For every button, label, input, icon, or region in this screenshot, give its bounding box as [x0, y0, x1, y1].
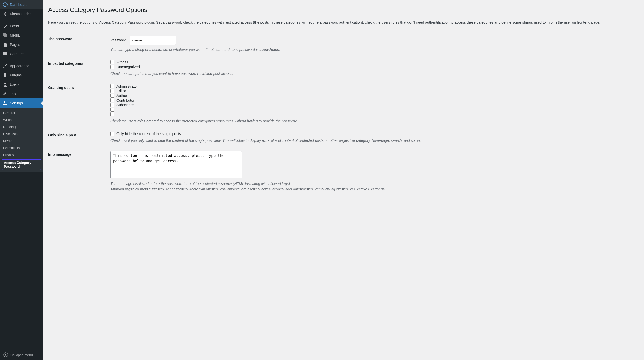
user-label: Contributor: [116, 98, 134, 102]
settings-submenu: General Writing Reading Discussion Media…: [0, 108, 43, 172]
sidebar-item-dashboard[interactable]: Dashboard: [0, 0, 43, 9]
user-empty-checkbox-2[interactable]: [110, 112, 114, 116]
user-icon: [3, 82, 8, 87]
svg-rect-6: [6, 102, 6, 104]
single-label: Only hide the content of the single post…: [116, 132, 181, 136]
sidebar-label: Users: [10, 82, 19, 87]
admin-sidebar: Dashboard Kinsta Cache Posts Media Pages…: [0, 0, 43, 360]
svg-rect-3: [3, 103, 7, 103]
dashboard-icon: [3, 2, 8, 7]
sidebar-item-media[interactable]: Media: [0, 31, 43, 40]
sidebar-item-tools[interactable]: Tools: [0, 89, 43, 98]
info-description: The message displayed before the passwor…: [110, 181, 636, 187]
comment-icon: [3, 51, 8, 57]
user-option: [110, 108, 636, 112]
sidebar-label: Posts: [10, 24, 19, 28]
collapse-menu[interactable]: Collapse menu: [0, 350, 43, 360]
sidebar-item-kinsta[interactable]: Kinsta Cache: [0, 9, 43, 19]
user-option: Author: [110, 94, 636, 98]
sidebar-item-posts[interactable]: Posts: [0, 21, 43, 31]
plug-icon: [3, 73, 8, 78]
category-label: Uncategorized: [116, 65, 140, 69]
user-option: Editor: [110, 89, 636, 93]
user-label: Editor: [116, 89, 126, 93]
svg-rect-5: [4, 101, 5, 103]
sidebar-item-users[interactable]: Users: [0, 80, 43, 89]
category-fitness-checkbox[interactable]: [110, 60, 114, 64]
sidebar-label: Dashboard: [10, 3, 28, 7]
categories-description: Check the categories that you want to ha…: [110, 71, 636, 76]
user-contributor-checkbox[interactable]: [110, 98, 114, 102]
brush-icon: [3, 63, 8, 68]
categories-row-label: Impacted categories: [48, 56, 108, 80]
user-option: [110, 112, 636, 116]
user-label: Author: [116, 94, 127, 98]
single-row-label: Only single post: [48, 128, 108, 147]
sliders-icon: [3, 101, 8, 106]
sidebar-item-plugins[interactable]: Plugins: [0, 70, 43, 80]
submenu-writing[interactable]: Writing: [0, 116, 43, 123]
single-description: Check this if you only want to hide the …: [110, 138, 636, 143]
sidebar-label: Kinsta Cache: [10, 12, 31, 16]
page-icon: [3, 42, 8, 47]
pin-icon: [3, 23, 8, 29]
password-input-label: Password: [110, 38, 126, 42]
user-administrator-checkbox[interactable]: [110, 84, 114, 88]
user-editor-checkbox[interactable]: [110, 89, 114, 93]
sidebar-item-settings[interactable]: Settings: [0, 98, 43, 108]
sidebar-label: Tools: [10, 92, 18, 96]
allowed-tags: Allowed tags: <a href="" title=""> <abbr…: [110, 187, 636, 192]
sidebar-label: Plugins: [10, 73, 22, 77]
submenu-general[interactable]: General: [0, 109, 43, 116]
sidebar-label: Media: [10, 33, 20, 37]
submenu-reading[interactable]: Reading: [0, 123, 43, 130]
svg-rect-7: [4, 104, 5, 105]
svg-rect-2: [3, 102, 7, 102]
users-description: Check the users roles granted to access …: [110, 118, 636, 124]
svg-point-1: [4, 83, 6, 84]
single-option: Only hide the content of the single post…: [110, 132, 636, 136]
submenu-permalinks[interactable]: Permalinks: [0, 144, 43, 151]
intro-text: Here you can set the options of Access C…: [48, 20, 639, 25]
page-title: Access Category Password Options: [48, 4, 639, 15]
category-label: Fitness: [116, 60, 128, 64]
user-label: Subscriber: [116, 103, 134, 107]
user-option: Administrator: [110, 84, 636, 88]
user-label: Administrator: [116, 84, 138, 88]
kinsta-icon: [3, 11, 8, 17]
password-description: You can type a string or a sentence, or …: [110, 47, 636, 52]
password-row-label: The password: [48, 32, 108, 56]
sidebar-label: Appearance: [10, 64, 30, 68]
submenu-privacy[interactable]: Privacy: [0, 151, 43, 158]
category-option: Uncategorized: [110, 65, 636, 69]
submenu-access-category-password[interactable]: Access Category Password: [2, 159, 41, 170]
category-uncategorized-checkbox[interactable]: [110, 65, 114, 69]
info-message-textarea[interactable]: This content has restricted access, plea…: [110, 151, 242, 178]
category-option: Fitness: [110, 60, 636, 64]
collapse-icon: [3, 352, 8, 357]
password-input[interactable]: [130, 36, 176, 45]
user-option: Contributor: [110, 98, 636, 102]
media-icon: [3, 33, 8, 38]
user-author-checkbox[interactable]: [110, 94, 114, 98]
user-empty-checkbox-1[interactable]: [110, 108, 114, 112]
info-row-label: Info message: [48, 147, 108, 196]
sidebar-label: Settings: [10, 101, 23, 105]
sidebar-label: Comments: [10, 52, 27, 56]
sidebar-item-appearance[interactable]: Appearance: [0, 61, 43, 70]
single-post-checkbox[interactable]: [110, 132, 114, 136]
users-row-label: Granting users: [48, 80, 108, 128]
submenu-discussion[interactable]: Discussion: [0, 130, 43, 137]
user-subscriber-checkbox[interactable]: [110, 103, 114, 107]
sidebar-item-comments[interactable]: Comments: [0, 49, 43, 59]
main-content: Access Category Password Options Here yo…: [43, 0, 644, 360]
collapse-label: Collapse menu: [10, 353, 33, 357]
submenu-media[interactable]: Media: [0, 137, 43, 144]
sidebar-item-pages[interactable]: Pages: [0, 40, 43, 49]
wrench-icon: [3, 91, 8, 96]
user-option: Subscriber: [110, 103, 636, 107]
sidebar-label: Pages: [10, 43, 20, 47]
